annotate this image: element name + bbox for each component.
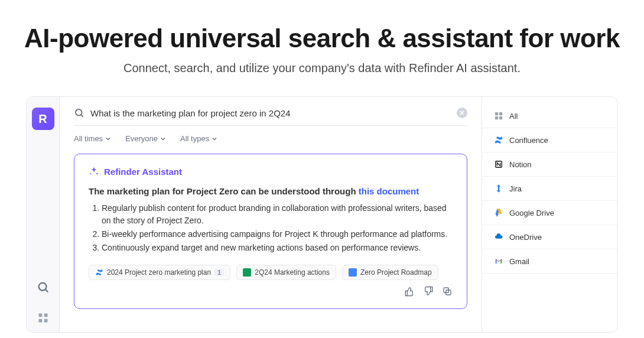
filter-types[interactable]: All types [180,134,217,143]
thumbs-up-icon[interactable] [404,286,415,297]
source-item-jira[interactable]: Jira [482,177,617,201]
sparkle-icon [89,166,99,177]
source-label: OneDrive [509,233,542,242]
answer-list: Regularly publish content for product br… [89,202,453,254]
svg-line-1 [45,290,48,292]
source-item-gmail[interactable]: Gmail [482,249,617,274]
svg-rect-15 [499,116,502,119]
search-icon [74,108,84,118]
answer-item: Bi-weekly performance advertising campai… [102,228,453,240]
svg-point-6 [76,109,82,116]
thumbs-down-icon[interactable] [423,286,434,297]
source-label: Gmail [509,257,529,266]
copy-icon[interactable] [442,286,453,297]
chip-count-badge: 1 [214,269,224,276]
answer-lead: The marketing plan for Project Zero can … [89,186,453,196]
gdrive-icon [494,208,503,217]
assistant-answer-card: Refinder Assistant The marketing plan fo… [74,154,467,309]
svg-rect-14 [495,116,498,119]
chevron-down-icon [105,136,111,142]
source-chip[interactable]: Zero Project Roadmap [342,265,438,280]
left-rail: R [27,97,60,332]
chip-label: 2Q24 Marketing actions [255,268,330,277]
docs-icon [349,268,357,277]
main-content: All times Everyone All types Refinder As… [60,97,482,332]
filter-time-label: All times [74,134,103,143]
svg-rect-13 [499,112,502,115]
source-item-onedrive[interactable]: OneDrive [482,225,617,249]
chevron-down-icon [212,136,217,142]
filter-time[interactable]: All times [74,134,111,143]
answer-item: Regularly publish content for product br… [102,202,453,227]
sources-panel: All Confluence Notion Jira Google Drive … [482,97,617,332]
source-chip[interactable]: 2024 Project zero marketing plan 1 [89,265,230,280]
app-logo[interactable]: R [32,108,54,130]
confluence-icon [494,135,503,145]
source-chip[interactable]: 2Q24 Marketing actions [236,265,336,280]
source-item-confluence[interactable]: Confluence [482,128,617,152]
source-label: Notion [509,160,532,169]
hero-subtitle: Connect, search, and utilize your compan… [0,61,644,75]
confluence-icon [95,268,103,277]
chip-label: 2024 Project zero marketing plan [107,268,211,277]
source-label: Google Drive [509,209,554,217]
svg-rect-3 [44,314,47,317]
search-icon[interactable] [34,278,53,297]
jira-icon [494,184,503,193]
answer-item: Continuously expand target and new marke… [102,242,453,254]
svg-rect-4 [38,319,42,323]
svg-rect-12 [495,112,498,115]
hero-title: AI-powered universal search & assistant … [0,24,644,53]
sheets-icon [243,268,251,277]
gmail-icon [494,256,503,266]
clear-icon[interactable] [457,108,467,118]
app-shell: R All times Everyone All types Refinder … [26,96,618,333]
answer-lead-text: The marketing plan for Project Zero can … [89,186,359,196]
source-chips: 2024 Project zero marketing plan 1 2Q24 … [89,265,453,280]
filter-types-label: All types [180,134,209,143]
grid-icon[interactable] [34,308,53,327]
onedrive-icon [494,232,503,242]
source-item-notion[interactable]: Notion [482,152,617,177]
source-label: Jira [509,184,522,193]
source-label: All [509,112,518,121]
chevron-down-icon [160,136,166,142]
filter-bar: All times Everyone All types [74,126,467,154]
source-label: Confluence [509,136,548,145]
search-input[interactable] [90,108,451,118]
search-bar [74,108,467,126]
notion-icon [494,160,503,169]
filter-people-label: Everyone [125,134,158,143]
grid-icon [494,111,503,121]
answer-document-link[interactable]: this document [359,186,419,196]
chip-label: Zero Project Roadmap [360,268,432,277]
svg-rect-2 [38,314,42,317]
filter-people[interactable]: Everyone [125,134,166,143]
svg-rect-5 [44,319,47,323]
source-item-all[interactable]: All [482,104,617,128]
source-item-gdrive[interactable]: Google Drive [482,201,617,225]
svg-line-7 [81,115,83,116]
svg-point-0 [38,283,46,291]
assistant-title: Refinder Assistant [104,167,182,177]
